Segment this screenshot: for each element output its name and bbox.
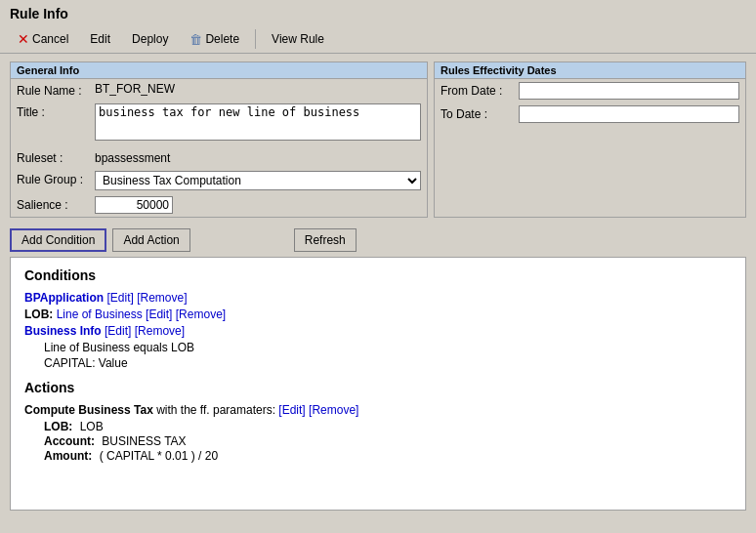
business-info-edit-link[interactable]: [Edit] [105, 324, 131, 338]
business-info-condition: Business Info [Edit] [Remove] [24, 324, 732, 338]
conditions-section: Conditions BPApplication [Edit] [Remove]… [24, 267, 732, 370]
edit-label: Edit [90, 32, 110, 46]
lob-edit-link[interactable]: [Edit] [146, 308, 172, 321]
bp-application-edit-link[interactable]: [Edit] [106, 291, 133, 305]
action-amount-label: Amount: [44, 449, 92, 463]
from-date-label: From Date : [441, 82, 519, 98]
title-label: Title : [17, 103, 95, 119]
actions-title: Actions [24, 380, 732, 395]
rule-group-select[interactable]: Business Tax Computation [95, 171, 421, 190]
action-amount-value: ( CAPITAL * 0.01 ) / 20 [100, 449, 218, 463]
action-remove-link[interactable]: [Remove] [309, 403, 358, 417]
rule-name-row: Rule Name : BT_FOR_NEW [11, 79, 427, 101]
title-field-wrapper: business tax for new line of business [95, 103, 421, 144]
action-lob-label: LOB: [44, 420, 72, 433]
view-rule-label: View Rule [272, 32, 324, 46]
cancel-label: Cancel [32, 32, 68, 46]
salience-row: Salience : [11, 193, 427, 217]
general-info-header: General Info [11, 62, 427, 79]
action-account-row: Account: BUSINESS TAX [44, 434, 732, 448]
general-info-panel: General Info Rule Name : BT_FOR_NEW Titl… [10, 62, 428, 218]
lob-remove-link[interactable]: [Remove] [176, 308, 226, 321]
bp-application-link[interactable]: BPApplication [24, 291, 104, 305]
buttons-row: Add Condition Add Action Refresh [0, 224, 756, 257]
compute-tax-action: Compute Business Tax with the ff. parama… [24, 403, 732, 417]
refresh-button[interactable]: Refresh [294, 228, 357, 252]
action-lob-value: LOB [80, 420, 104, 433]
salience-input[interactable] [95, 196, 173, 214]
from-date-input[interactable] [519, 82, 739, 100]
to-date-row: To Date : [435, 102, 745, 126]
bp-application-condition: BPApplication [Edit] [Remove] [24, 291, 732, 305]
condition-detail-2: CAPITAL: Value [44, 356, 732, 370]
rule-group-row: Rule Group : Business Tax Computation [11, 168, 427, 193]
to-date-label: To Date : [441, 105, 519, 121]
deploy-button[interactable]: Deploy [124, 30, 176, 48]
actions-section: Actions Compute Business Tax with the ff… [24, 380, 732, 463]
from-date-row: From Date : [435, 79, 745, 102]
rules-effectivity-header: Rules Effectivity Dates [435, 62, 745, 79]
toolbar-separator [255, 29, 256, 49]
salience-label: Salience : [17, 196, 95, 212]
deploy-label: Deploy [132, 32, 168, 46]
rule-group-field-wrapper: Business Tax Computation [95, 171, 421, 190]
action-amount-row: Amount: ( CAPITAL * 0.01 ) / 20 [44, 449, 732, 463]
main-content: General Info Rule Name : BT_FOR_NEW Titl… [0, 54, 756, 224]
add-condition-button[interactable]: Add Condition [10, 228, 106, 252]
lob-link[interactable]: Line of Business [57, 308, 143, 321]
business-info-remove-link[interactable]: [Remove] [135, 324, 185, 338]
action-desc: with the ff. paramaters: [156, 403, 275, 417]
condition-detail-1: Line of Business equals LOB [44, 341, 732, 354]
edit-button[interactable]: Edit [82, 30, 118, 48]
ruleset-row: Ruleset : bpassessment [11, 146, 427, 168]
action-lob-row: LOB: LOB [44, 420, 732, 433]
ruleset-value: bpassessment [95, 149, 421, 165]
action-edit-link[interactable]: [Edit] [278, 403, 305, 417]
page-title: Rule Info [0, 0, 756, 25]
rules-effectivity-panel: Rules Effectivity Dates From Date : To D… [434, 62, 746, 218]
action-name: Compute Business Tax [24, 403, 153, 417]
rule-name-label: Rule Name : [17, 82, 95, 98]
from-date-field-wrapper [519, 82, 739, 100]
lob-prefix: LOB: [24, 308, 53, 321]
ruleset-label: Ruleset : [17, 149, 95, 165]
title-textarea[interactable]: business tax for new line of business [95, 103, 421, 141]
title-row: Title : business tax for new line of bus… [11, 101, 427, 146]
cancel-icon: ✕ [18, 31, 29, 47]
cancel-button[interactable]: ✕ Cancel [10, 29, 76, 49]
to-date-input[interactable] [519, 105, 739, 123]
bp-application-remove-link[interactable]: [Remove] [137, 291, 187, 305]
action-account-label: Account: [44, 434, 95, 448]
toolbar: ✕ Cancel Edit Deploy 🗑 Delete View Rule [0, 25, 756, 54]
delete-button[interactable]: 🗑 Delete [182, 30, 247, 49]
rule-name-value: BT_FOR_NEW [95, 82, 421, 96]
lob-condition: LOB: Line of Business [Edit] [Remove] [24, 308, 732, 321]
business-info-link[interactable]: Business Info [24, 324, 102, 338]
add-action-button[interactable]: Add Action [112, 228, 189, 252]
trash-icon: 🗑 [189, 32, 202, 47]
conditions-title: Conditions [24, 267, 732, 283]
salience-field-wrapper [95, 196, 421, 214]
conditions-actions-panel: Conditions BPApplication [Edit] [Remove]… [10, 257, 746, 511]
view-rule-button[interactable]: View Rule [264, 30, 332, 48]
rule-group-label: Rule Group : [17, 171, 95, 186]
action-account-value: BUSINESS TAX [102, 434, 186, 448]
to-date-field-wrapper [519, 105, 739, 123]
delete-label: Delete [205, 32, 239, 46]
